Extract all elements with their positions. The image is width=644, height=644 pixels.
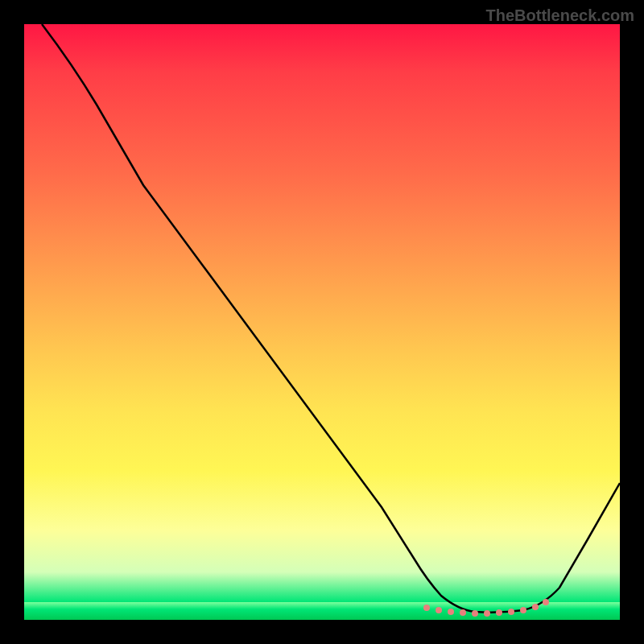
- marker-dot: [436, 607, 442, 613]
- marker-dot: [496, 609, 502, 616]
- marker-dot: [448, 609, 454, 615]
- chart-area: [24, 24, 620, 620]
- watermark-text: TheBottleneck.com: [486, 6, 634, 25]
- marker-dot: [472, 610, 478, 617]
- marker-dot: [484, 610, 490, 617]
- marker-dot: [543, 599, 549, 605]
- marker-dot: [423, 605, 430, 611]
- marker-dot: [508, 609, 514, 615]
- marker-dot: [520, 607, 526, 613]
- bottleneck-curve-path: [42, 24, 620, 613]
- bottleneck-curve-svg: [24, 24, 620, 620]
- marker-dot: [460, 609, 466, 616]
- marker-dot: [532, 604, 539, 610]
